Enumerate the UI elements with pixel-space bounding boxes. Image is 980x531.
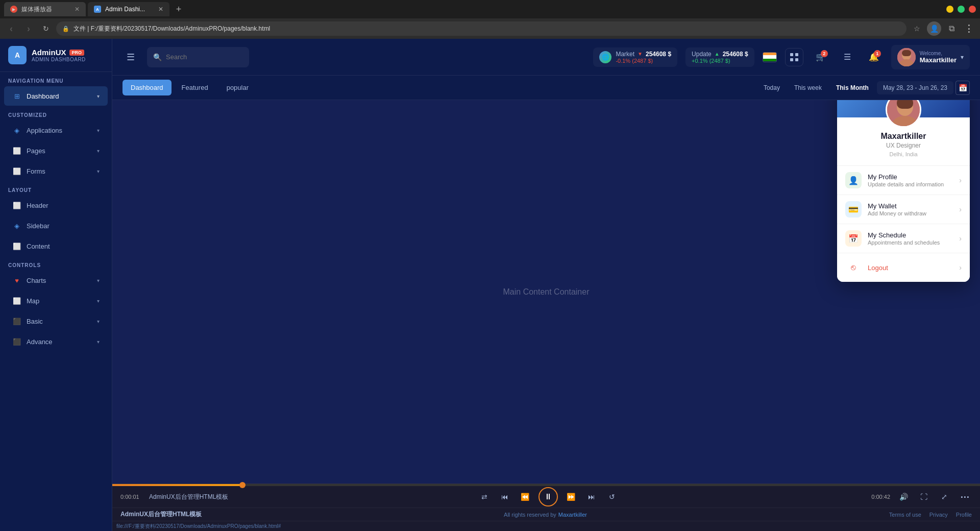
- content-header: Dashboard Featured popular Today This we…: [112, 76, 980, 100]
- media-time-current: 0:00:01: [120, 494, 143, 500]
- dropdown-item-schedule[interactable]: 📅 My Schedule Appointments and schedules…: [837, 224, 970, 253]
- user-widget[interactable]: Welcome, Maxartkiller ▾: [891, 45, 970, 69]
- date-navigation: Today This week This Month May 28, 23 - …: [757, 81, 970, 95]
- window-maximize[interactable]: [958, 6, 965, 13]
- media-shuffle-button[interactable]: ⇄: [477, 490, 492, 504]
- schedule-item-label: My Schedule: [868, 231, 953, 239]
- sidebar-item-dashboard[interactable]: ⊞ Dashboard ▾: [4, 86, 108, 106]
- flag-icon[interactable]: [763, 52, 777, 62]
- charts-arrow: ▾: [97, 278, 100, 283]
- media-repeat-button[interactable]: ↺: [605, 490, 619, 504]
- media-progress-bar[interactable]: [112, 484, 980, 486]
- sidebar-section-layout: LAYOUT: [0, 181, 112, 195]
- sidebar-forms-label: Forms: [27, 167, 92, 175]
- dropdown-item-logout[interactable]: ⎋ Logout ›: [837, 253, 970, 282]
- profile-item-icon: 👤: [845, 172, 862, 188]
- sidebar-item-charts[interactable]: ♥ Charts ▾: [4, 271, 108, 290]
- dropdown-item-profile[interactable]: 👤 My Profile Update details and informat…: [837, 165, 970, 195]
- footer-link-profile[interactable]: Profile: [956, 512, 972, 518]
- tab-dashboard[interactable]: Dashboard: [122, 80, 172, 95]
- media-rewind-button[interactable]: ⏪: [518, 490, 532, 504]
- search-input[interactable]: [166, 53, 227, 61]
- sidebar-item-sidebar[interactable]: ◈ Sidebar: [4, 216, 108, 235]
- media-fullscreen-button[interactable]: ⤢: [937, 490, 951, 504]
- copyright-text: All rights reserved by: [504, 512, 556, 518]
- grid-icon-button[interactable]: [785, 48, 803, 66]
- date-nav-thismonth[interactable]: This Month: [830, 81, 875, 94]
- sidebar-item-applications[interactable]: ◈ Applications ▾: [4, 120, 108, 140]
- media-prev-button[interactable]: ⏮: [498, 490, 512, 504]
- watermark-center: All rights reserved by Maxartkiller: [504, 512, 587, 518]
- date-nav-thisweek[interactable]: This week: [788, 81, 828, 94]
- dropdown-item-wallet[interactable]: 💳 My Wallet Add Money or withdraw ›: [837, 195, 970, 224]
- sidebar-item-map[interactable]: ⬜ Map ▾: [4, 291, 108, 310]
- schedule-item-arrow: ›: [959, 234, 962, 243]
- sidebar-item-advance[interactable]: ⬛ Advance ▾: [4, 332, 108, 351]
- tab-close-admin[interactable]: ✕: [158, 6, 163, 13]
- sidebar-charts-label: Charts: [27, 277, 92, 284]
- schedule-item-icon: 📅: [845, 230, 862, 247]
- cart-icon-button[interactable]: 🛒 2: [812, 48, 830, 66]
- advance-icon: ⬛: [12, 337, 21, 346]
- bell-icon-button[interactable]: 🔔 1: [865, 48, 883, 66]
- footer-link-privacy[interactable]: Privacy: [929, 512, 948, 518]
- watermark-bar: AdminUX后台管理HTML模板 All rights reserved by…: [112, 508, 980, 521]
- list-icon-button[interactable]: ☰: [838, 48, 856, 66]
- media-play-pause-button[interactable]: ⏸: [538, 487, 558, 506]
- wallet-item-label: My Wallet: [868, 202, 953, 210]
- profile-item-text: My Profile Update details and informatio…: [868, 173, 953, 187]
- nav-menu-label: NAVIGATION MENU: [8, 78, 104, 84]
- sidebar-logo-sub: ADMIN DASHBOARD: [32, 57, 86, 62]
- user-avatar: [897, 48, 916, 66]
- nav-refresh[interactable]: ↻: [39, 21, 53, 36]
- address-bar[interactable]: 🔒 文件 | F:/重要资料/20230517/Downloads/Adminu…: [56, 21, 906, 36]
- browser-tab-media[interactable]: ▶ 媒体播放器 ✕: [4, 2, 86, 16]
- media-more-button[interactable]: ⋯: [958, 490, 972, 504]
- tab-close-media[interactable]: ✕: [75, 6, 80, 13]
- media-volume-button[interactable]: 🔊: [896, 490, 911, 504]
- svg-rect-0: [790, 53, 793, 56]
- nav-more[interactable]: ⋮: [962, 21, 976, 36]
- controls-label: CONTROLS: [8, 262, 104, 268]
- market-2-subchange: (2487 $): [709, 58, 730, 64]
- bell-badge: 1: [874, 50, 881, 57]
- media-expand-button[interactable]: ⛶: [917, 490, 931, 504]
- watermark-left: AdminUX后台管理HTML模板: [120, 510, 202, 519]
- sidebar-item-content[interactable]: ⬜ Content: [4, 236, 108, 256]
- status-bar: file:///F:/重要资料/20230517/Downloads/Admin…: [112, 521, 980, 531]
- cart-badge: 2: [821, 50, 828, 57]
- pages-arrow: ▾: [97, 148, 100, 154]
- user-dropdown-name: Maxartkiller: [845, 132, 962, 141]
- footer-link-terms[interactable]: Terms of use: [889, 512, 921, 518]
- header-icon: ⬜: [12, 201, 21, 210]
- sidebar-item-header[interactable]: ⬜ Header: [4, 196, 108, 215]
- media-next-button[interactable]: ⏭: [584, 490, 599, 504]
- nav-back[interactable]: ‹: [4, 21, 18, 36]
- date-nav-today[interactable]: Today: [757, 81, 786, 94]
- media-progress-fill: [112, 484, 242, 486]
- tab-featured[interactable]: Featured: [174, 80, 216, 95]
- sidebar-item-basic[interactable]: ⬛ Basic ▾: [4, 311, 108, 331]
- nav-profile[interactable]: 👤: [927, 21, 941, 36]
- main-area: ☰ 🔍 🌐 Market ▼ 254608 $ -0.1% (2487: [112, 39, 980, 531]
- wallet-item-icon: 💳: [845, 201, 862, 218]
- market-1-top: Market ▼ 254608 $: [616, 51, 671, 58]
- main-content-area: Main Content Container: [112, 100, 980, 484]
- sidebar-item-forms[interactable]: ⬜ Forms ▾: [4, 161, 108, 181]
- window-minimize[interactable]: [946, 6, 953, 13]
- nav-extensions[interactable]: ⧉: [944, 21, 959, 36]
- window-close[interactable]: [969, 6, 976, 13]
- sidebar-sidebar-label: Sidebar: [27, 222, 100, 230]
- new-tab-button[interactable]: +: [172, 2, 186, 16]
- menu-toggle-button[interactable]: ☰: [122, 49, 139, 65]
- market-1-label: Market: [616, 51, 634, 58]
- tab-popular[interactable]: popular: [218, 80, 257, 95]
- nav-bookmark[interactable]: ☆: [910, 21, 924, 36]
- nav-forward[interactable]: ›: [21, 21, 36, 36]
- browser-tab-admin[interactable]: A Admin Dashi... ✕: [88, 2, 169, 16]
- calendar-icon-button[interactable]: 📅: [955, 81, 970, 95]
- sidebar-item-pages[interactable]: ⬜ Pages ▾: [4, 141, 108, 160]
- media-forward-button[interactable]: ⏩: [564, 490, 578, 504]
- sidebar-map-label: Map: [27, 297, 92, 305]
- user-text: Welcome, Maxartkiller: [920, 51, 957, 64]
